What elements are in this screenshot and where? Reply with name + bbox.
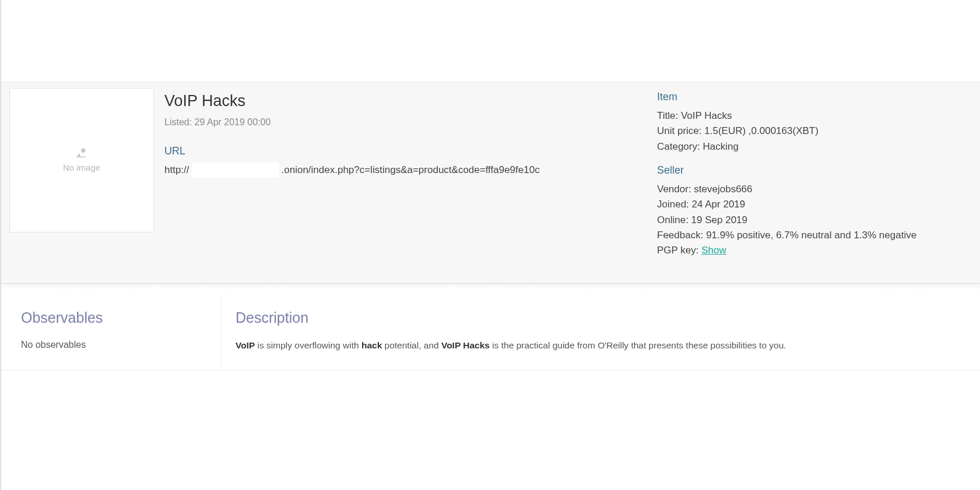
desc-part2: potential, and <box>382 340 441 350</box>
observables-title: Observables <box>21 307 207 329</box>
desc-part1: is simply overflowing with <box>255 340 361 350</box>
seller-vendor-row: Vendor: stevejobs666 <box>657 182 972 197</box>
item-price-row: Unit price: 1.5(EUR) ,0.000163(XBT) <box>657 124 972 139</box>
url-prefix: http:// <box>164 163 189 178</box>
desc-part3: is the practical guide from O'Reilly tha… <box>490 340 786 350</box>
item-price-label: Unit price: <box>657 125 702 136</box>
desc-bold-voip: VoIP <box>236 340 255 350</box>
url-redacted-segment <box>192 163 279 178</box>
top-spacer <box>1 0 980 82</box>
listing-listed-line: Listed: 29 Apr 2019 00:00 <box>164 115 647 129</box>
no-image-icon <box>75 146 88 159</box>
item-block: Item Title: VoIP Hacks Unit price: 1.5(E… <box>657 89 972 154</box>
item-category-row: Category: Hacking <box>657 139 972 154</box>
seller-pgp-row: PGP key: Show <box>657 243 972 258</box>
seller-vendor-value: stevejobs666 <box>694 184 752 195</box>
seller-block: Seller Vendor: stevejobs666 Joined: 24 A… <box>657 163 972 259</box>
listed-label: Listed: <box>164 117 192 127</box>
description-body: VoIP is simply overflowing with hack pot… <box>236 338 960 353</box>
seller-joined-row: Joined: 24 Apr 2019 <box>657 197 972 212</box>
panel-divider-shadow <box>1 284 980 290</box>
pgp-show-link[interactable]: Show <box>701 245 726 256</box>
listing-main-column: VoIP Hacks Listed: 29 Apr 2019 00:00 URL… <box>164 88 647 178</box>
seller-feedback-value: 91.9% positive, 6.7% neutral and 1.3% ne… <box>706 230 916 241</box>
seller-vendor-label: Vendor: <box>657 184 691 195</box>
seller-section-label: Seller <box>657 163 972 178</box>
description-title: Description <box>236 307 960 329</box>
listing-right-column: Item Title: VoIP Hacks Unit price: 1.5(E… <box>657 88 972 267</box>
no-image-label: No image <box>63 161 100 175</box>
seller-pgp-label: PGP key: <box>657 245 699 256</box>
item-category-label: Category: <box>657 141 700 152</box>
url-suffix: .onion/index.php?c=listings&a=product&co… <box>282 163 540 178</box>
item-category-value: Hacking <box>702 141 738 152</box>
seller-joined-value: 24 Apr 2019 <box>692 199 746 210</box>
seller-feedback-row: Feedback: 91.9% positive, 6.7% neutral a… <box>657 228 972 243</box>
desc-bold-voip-hacks: VoIP Hacks <box>441 340 490 350</box>
item-title-value: VoIP Hacks <box>681 110 732 121</box>
seller-online-label: Online: <box>657 214 689 225</box>
item-section-label: Item <box>657 89 972 105</box>
listing-title: VoIP Hacks <box>164 89 647 113</box>
observables-panel: Observables No observables <box>7 298 222 370</box>
listed-value: 29 Apr 2019 00:00 <box>195 117 271 127</box>
seller-online-row: Online: 19 Sep 2019 <box>657 213 972 228</box>
description-panel: Description VoIP is simply overflowing w… <box>222 298 974 370</box>
item-title-label: Title: <box>657 110 678 121</box>
svg-rect-1 <box>77 156 86 157</box>
listing-image-placeholder: No image <box>9 88 154 232</box>
item-price-value: 1.5(EUR) ,0.000163(XBT) <box>704 125 819 136</box>
desc-bold-hack: hack <box>361 340 382 350</box>
seller-feedback-label: Feedback: <box>657 230 703 241</box>
lower-panels: Observables No observables Description V… <box>1 290 980 371</box>
listing-info-panel: No image VoIP Hacks Listed: 29 Apr 2019 … <box>1 82 980 284</box>
svg-point-0 <box>81 148 85 152</box>
seller-joined-label: Joined: <box>657 199 689 210</box>
observables-empty-text: No observables <box>21 338 207 352</box>
seller-online-value: 19 Sep 2019 <box>691 214 747 225</box>
url-row: http:// .onion/index.php?c=listings&a=pr… <box>164 163 647 178</box>
item-title-row: Title: VoIP Hacks <box>657 108 972 124</box>
url-section-label: URL <box>164 143 647 159</box>
